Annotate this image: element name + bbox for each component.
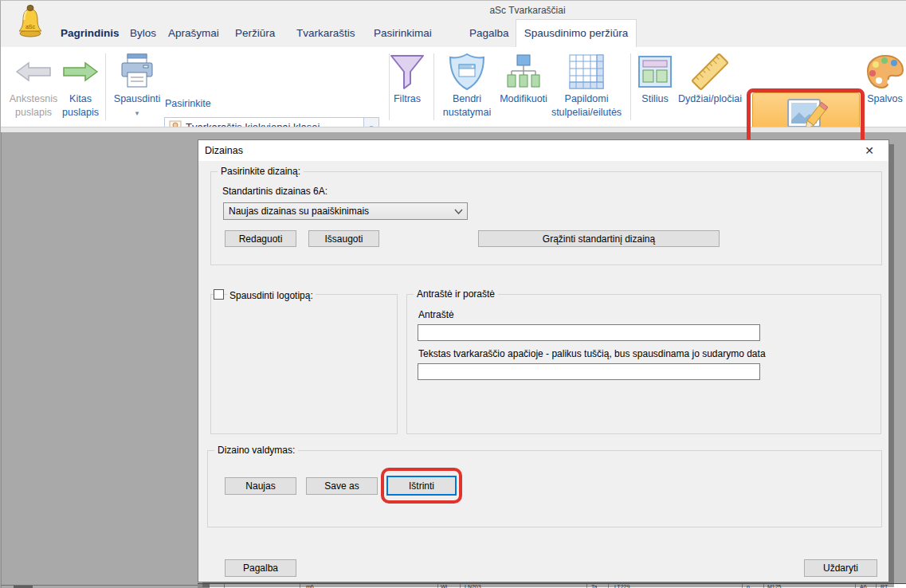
design-dialog: Dizainas ✕ Pasirinkite dizainą: Standart… [198, 139, 889, 582]
dialog-title: Dizainas [205, 145, 243, 156]
header-label: Antraštė [418, 309, 454, 320]
timetable-cell-text: p. [747, 584, 751, 588]
filter-button[interactable]: Filtras [385, 47, 429, 127]
close-button[interactable]: Uždaryti [804, 559, 877, 577]
window-titlebar: aSc Tvarkaraščiai [1, 1, 906, 20]
print-logo-checkbox[interactable] [214, 289, 224, 300]
restore-standard-design-button[interactable]: Grąžinti standartinį dizainą [478, 230, 720, 247]
previous-page-button[interactable]: Ankstesnis puslapis [7, 47, 60, 127]
colors-label: Spalvos [863, 92, 906, 106]
asc-bell-logo-icon[interactable]: aSc [17, 4, 44, 41]
window-title: aSc Tvarkaraščiai [448, 5, 607, 16]
standard-design-label: Standartinis dizainas 6A: [222, 186, 327, 197]
ruler-icon [676, 52, 744, 92]
tab-bylos[interactable]: Bylos [130, 20, 156, 47]
header-input[interactable] [418, 324, 760, 341]
tab-aprasymai[interactable]: Aprašymai [168, 20, 219, 47]
header-footer-group-label: Antraštė ir poraštė [414, 288, 498, 300]
design-select-value: Naujas dizainas su paaiškinimais [224, 206, 449, 217]
select-design-group-label: Pasirinkite dizainą: [218, 166, 304, 177]
tab-pagrindinis[interactable]: Pagrindinis [61, 20, 120, 47]
footer-input[interactable] [418, 363, 760, 380]
timetable-cell-text: LN203 [465, 584, 481, 588]
dialog-titlebar[interactable]: Dizainas ✕ [198, 140, 888, 161]
new-button[interactable]: Naujas [225, 477, 296, 495]
extra-columns-label: Papildomi stulpeliai/eilutės [546, 92, 627, 120]
filter-label: Filtras [385, 92, 429, 106]
shield-settings-icon [438, 52, 496, 92]
design-management-group-label: Dizaino valdymas: [214, 445, 298, 456]
print-button[interactable]: Spausdinti ▾ [112, 47, 163, 127]
ribbon-separator [630, 53, 631, 120]
timetable-cell-text: RT [881, 584, 888, 588]
tab-spausdinimo-perziura[interactable]: Spausdinimo peržiūra [516, 19, 637, 47]
colors-button[interactable]: Spalvos [863, 47, 906, 127]
print-label: Spausdinti [112, 92, 163, 106]
timetable-cell-text: Ta [591, 584, 597, 588]
palette-icon [863, 52, 906, 92]
timetable-paper-strip: m6 WL LN203 Ta LT229 p. M125 A6 RT [198, 583, 906, 588]
sizes-widths-label: Dydžiai/pločiai [676, 92, 744, 106]
delete-annotation-highlight [381, 468, 462, 504]
timetable-cell-text: A6 [860, 584, 867, 588]
ribbon-separator [433, 53, 434, 120]
timetable-cell-text: WL [441, 584, 449, 588]
print-logo-label: Spausdinti logotipą: [227, 290, 316, 301]
style-button[interactable]: Stilius [635, 47, 675, 127]
table-grid-icon [546, 52, 627, 92]
print-dropdown-caret-icon[interactable]: ▾ [112, 109, 163, 117]
tab-pagalba[interactable]: Pagalba [469, 20, 509, 47]
ribbon-separator [105, 53, 106, 120]
sizes-widths-button[interactable]: Dydžiai/pločiai [676, 47, 744, 127]
extra-columns-button[interactable]: Papildomi stulpeliai/eilutės [546, 47, 627, 127]
general-settings-button[interactable]: Bendri nustatymai [438, 47, 496, 127]
save-button[interactable]: Išsaugoti [308, 230, 379, 247]
ribbon-toolbar: Ankstesnis puslapis Kitas puslapis Spaus… [1, 47, 906, 127]
help-button[interactable]: Pagalba [225, 559, 296, 577]
tab-perziura[interactable]: Peržiūra [235, 20, 275, 47]
timetable-cell-text: M125 [767, 584, 782, 588]
filter-funnel-icon [385, 52, 429, 92]
style-window-icon [635, 52, 675, 92]
ribbon-tab-bar: Pagrindinis Bylos Aprašymai Peržiūra Tva… [1, 20, 906, 47]
save-as-button[interactable]: Save as [306, 477, 378, 495]
chevron-down-icon [449, 209, 467, 214]
select-report-label: Pasirinkite [165, 98, 211, 109]
design-select[interactable]: Naujas dizainas su paaiškinimais [223, 202, 468, 220]
print-logo-group [210, 294, 398, 434]
svg-text:aSc: aSc [25, 24, 36, 29]
general-settings-label: Bendri nustatymai [438, 92, 496, 120]
edit-button[interactable]: Redaguoti [225, 230, 296, 247]
tab-pasirinkimai[interactable]: Pasirinkimai [374, 20, 432, 47]
footer-label: Tekstas tvarkaraščio apačioje - palikus … [418, 348, 766, 359]
tab-tvarkarastis[interactable]: Tvarkaraštis [296, 20, 355, 47]
timetable-cell-text: LT229 [614, 584, 629, 588]
style-label: Stilius [635, 92, 675, 106]
arrow-right-icon [59, 52, 102, 92]
arrow-left-icon [7, 52, 60, 92]
next-page-label: Kitas puslapis [59, 92, 102, 120]
dialog-close-icon[interactable]: ✕ [860, 143, 879, 159]
printer-icon [112, 52, 163, 92]
paper-cell-shaded [198, 584, 210, 588]
next-page-button[interactable]: Kitas puslapis [59, 47, 102, 127]
previous-page-label: Ankstesnis puslapis [7, 92, 60, 120]
timetable-cell-text: m6 [306, 584, 314, 588]
